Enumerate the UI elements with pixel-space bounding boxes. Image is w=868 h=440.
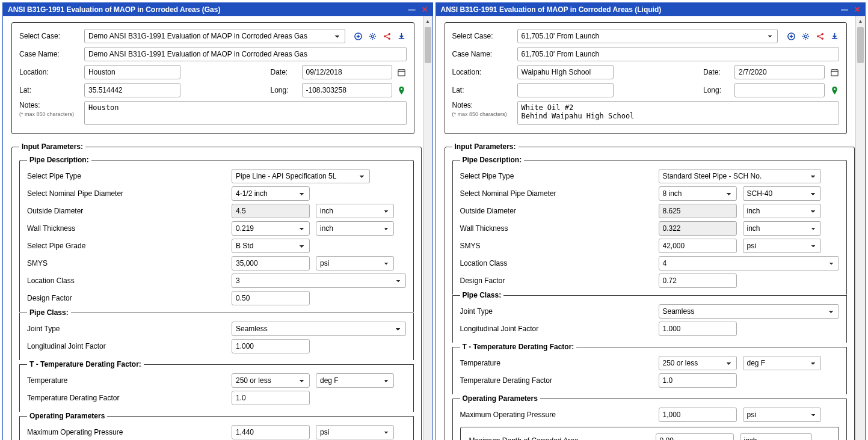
add-icon[interactable] [786,31,796,41]
legend-pipe-class: Pipe Class: [27,308,71,317]
max-op-pressure-input[interactable] [659,408,737,422]
corroded-area-box: Maximum Depth of Corroded Area inch Long… [460,427,839,440]
lat-input[interactable] [517,83,614,97]
pipe-type-select[interactable]: Pipe Line - API Specification 5L [232,169,370,183]
long-joint-factor-input[interactable] [232,339,310,353]
joint-type-select[interactable]: Seamless [659,304,839,319]
location-class-select[interactable]: 3 [232,273,406,288]
legend-temp-derating: T - Temperature Derating Factor: [460,343,577,351]
window-liquid: ANSI B31G-1991 Evaluation of MAOP in Cor… [436,2,866,440]
minimize-button[interactable]: — [841,5,848,14]
joint-type-select[interactable]: Seamless [232,322,406,336]
outside-diameter-input [232,204,310,218]
wall-thickness-input [659,221,737,236]
notes-input[interactable] [517,101,840,125]
temperature-unit[interactable]: deg F [316,373,394,388]
map-pin-icon[interactable] [397,85,407,95]
legend-input-params: Input Parameters: [452,142,519,151]
minimize-button[interactable]: — [408,5,416,14]
max-depth-corroded-input[interactable] [656,433,734,440]
pipe-grade-select[interactable]: B Std [232,239,310,253]
case-name-input[interactable] [517,47,840,61]
smys-input[interactable] [659,239,737,253]
scrollbar[interactable]: ▲ ▼ [855,16,865,440]
close-button[interactable]: ✕ [854,5,860,14]
outside-diameter-unit[interactable]: inch [743,204,821,218]
sch-select[interactable]: SCH-40 [743,186,821,201]
wall-thickness-unit[interactable]: inch [743,221,821,236]
wall-thickness-select[interactable]: 0.219 [232,221,310,236]
header-block: Select Case: 61,705.10' From Launch Case… [445,22,848,134]
temperature-unit[interactable]: deg F [743,356,821,370]
smys-unit[interactable]: psi [743,239,821,253]
scroll-up-icon[interactable]: ▲ [856,16,865,26]
map-pin-icon[interactable] [830,85,839,95]
label-pipe-grade: Select Pipe Grade [27,242,226,250]
temperature-select[interactable]: 250 or less [659,356,737,370]
max-op-pressure-unit[interactable]: psi [316,425,394,439]
svg-rect-12 [831,69,837,75]
scroll-thumb[interactable] [857,27,864,63]
lat-input[interactable] [84,83,180,97]
temp-derating-factor-input[interactable] [659,373,737,388]
legend-pipe-desc: Pipe Description: [27,156,91,164]
scroll-up-icon[interactable]: ▲ [423,16,432,26]
max-op-pressure-unit[interactable]: psi [743,408,821,422]
label-select-case: Select Case: [452,32,512,40]
svg-point-9 [817,35,819,37]
smys-input[interactable] [232,256,310,270]
share-icon[interactable] [383,31,392,41]
download-icon[interactable] [397,31,407,41]
max-depth-corroded-unit[interactable]: inch [740,433,812,440]
smys-unit[interactable]: psi [316,256,394,270]
fieldset-pipe-class: Pipe Class: Joint Type Seamless Longitud… [452,291,847,343]
titlebar-liquid: ANSI B31G-1991 Evaluation of MAOP in Cor… [436,3,866,16]
download-icon[interactable] [830,31,839,41]
scrollbar[interactable]: ▲ ▼ [423,16,432,440]
long-input[interactable] [734,83,825,97]
add-icon[interactable] [354,31,363,41]
design-factor-input[interactable] [232,291,310,305]
outside-diameter-unit[interactable]: inch [316,204,394,218]
legend-operating-params: Operating Parameters [27,412,107,420]
calendar-icon[interactable] [830,67,839,77]
design-factor-input[interactable] [659,273,737,288]
scroll-thumb[interactable] [425,27,431,63]
temp-derating-factor-input[interactable] [232,391,310,405]
location-input[interactable] [84,65,180,79]
label-temperature: Temperature [460,359,653,367]
date-input[interactable] [734,65,825,79]
svg-point-6 [401,88,402,90]
fieldset-temp-derating: T - Temperature Derating Factor: Tempera… [19,360,414,412]
nominal-diameter-select[interactable]: 8 inch [659,186,737,201]
gear-icon[interactable] [368,31,378,41]
content-liquid: Select Case: 61,705.10' From Launch Case… [436,16,856,440]
window-title: ANSI B31G-1991 Evaluation of MAOP in Cor… [8,5,220,14]
long-joint-factor-input[interactable] [659,322,737,336]
pipe-type-select[interactable]: Standard Steel Pipe - SCH No. [659,169,821,183]
label-long-joint-factor: Longitudinal Joint Factor [460,325,653,333]
fieldset-input-params: Input Parameters: Pipe Description: Sele… [445,142,855,440]
outside-diameter-input [659,204,737,218]
location-class-select[interactable]: 4 [659,256,839,270]
max-op-pressure-input[interactable] [232,425,310,439]
calendar-icon[interactable] [397,67,407,77]
label-location-class: Location Class [27,277,226,285]
wall-thickness-unit[interactable]: inch [316,221,394,236]
fieldset-pipe-class: Pipe Class: Joint Type Seamless Longitud… [19,308,414,360]
fieldset-pipe-desc: Pipe Description: Select Pipe Type Pipe … [19,156,414,312]
notes-input[interactable] [84,101,407,125]
share-icon[interactable] [815,31,825,41]
nominal-diameter-select[interactable]: 4-1/2 inch [232,186,310,201]
location-input[interactable] [517,65,614,79]
select-case[interactable]: 61,705.10' From Launch [517,29,778,43]
gear-icon[interactable] [801,31,810,41]
long-input[interactable] [302,83,392,97]
date-input[interactable] [302,65,392,79]
svg-point-11 [821,37,823,39]
close-button[interactable]: ✕ [422,5,428,14]
label-temp-derating-factor: Temperature Derating Factor [460,376,653,385]
temperature-select[interactable]: 250 or less [232,373,310,388]
case-name-input[interactable] [84,47,407,61]
select-case[interactable]: Demo ANSI B31G-1991 Evaluation of MAOP i… [84,29,345,43]
